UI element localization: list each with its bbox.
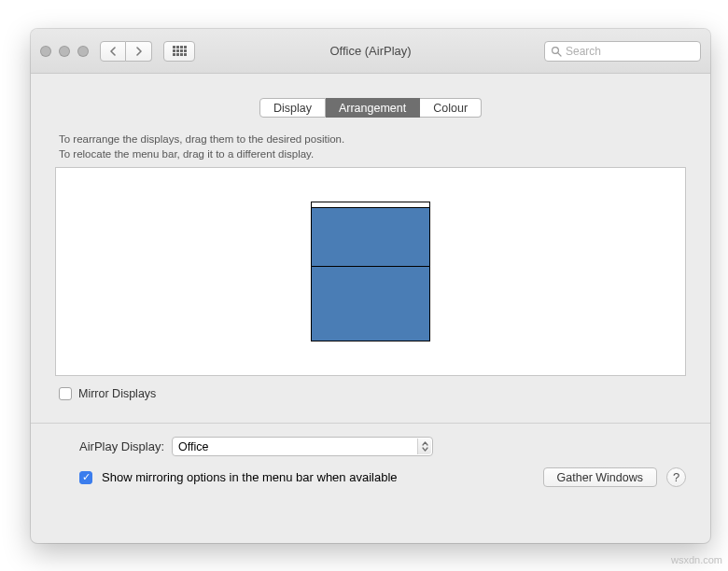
show-mirroring-label: Show mirroring options in the menu bar w… [102, 470, 398, 484]
close-icon[interactable] [40, 46, 51, 57]
tab-display[interactable]: Display [259, 98, 326, 118]
airplay-value: Office [178, 440, 208, 453]
tabs: Display Arrangement Colour [55, 98, 686, 118]
select-stepper-icon [417, 439, 431, 454]
minimize-icon[interactable] [59, 46, 70, 57]
gather-windows-button[interactable]: Gather Windows [543, 467, 657, 487]
watermark: wsxdn.com [671, 554, 722, 565]
grid-icon [173, 46, 187, 56]
separator [31, 423, 710, 424]
nav-buttons [100, 41, 152, 62]
chevron-right-icon [135, 47, 143, 56]
show-mirroring-checkbox[interactable] [79, 471, 92, 484]
show-all-button[interactable] [163, 41, 195, 62]
arrangement-area[interactable] [55, 167, 686, 376]
help-button[interactable]: ? [666, 467, 686, 487]
back-button[interactable] [100, 41, 126, 62]
display-primary[interactable] [311, 207, 430, 267]
toolbar: Office (AirPlay) [31, 29, 710, 74]
zoom-icon[interactable] [77, 46, 89, 57]
instruction-line: To relocate the menu bar, drag it to a d… [59, 147, 686, 162]
chevron-left-icon [109, 47, 117, 56]
tab-colour[interactable]: Colour [420, 98, 482, 118]
content: Display Arrangement Colour To rearrange … [31, 74, 710, 502]
display-stack [311, 202, 430, 341]
footer-row: Show mirroring options in the menu bar w… [79, 467, 686, 487]
mirror-displays-checkbox[interactable] [59, 387, 72, 400]
mirror-displays-label: Mirror Displays [78, 387, 156, 400]
svg-line-1 [558, 52, 561, 55]
mirror-displays-row: Mirror Displays [59, 387, 686, 400]
airplay-select[interactable]: Office [172, 437, 433, 456]
instruction-line: To rearrange the displays, drag them to … [59, 132, 686, 147]
instructions: To rearrange the displays, drag them to … [59, 132, 686, 161]
forward-button[interactable] [126, 41, 152, 62]
tab-arrangement[interactable]: Arrangement [326, 98, 420, 118]
search-field[interactable] [544, 41, 701, 62]
search-input[interactable] [566, 45, 694, 58]
display-secondary[interactable] [311, 267, 430, 341]
search-icon [551, 46, 562, 57]
window-controls [40, 46, 89, 57]
airplay-label: AirPlay Display: [79, 439, 164, 453]
airplay-row: AirPlay Display: Office [79, 437, 686, 456]
displays-preferences-window: Office (AirPlay) Display Arrangement Col… [31, 29, 710, 543]
